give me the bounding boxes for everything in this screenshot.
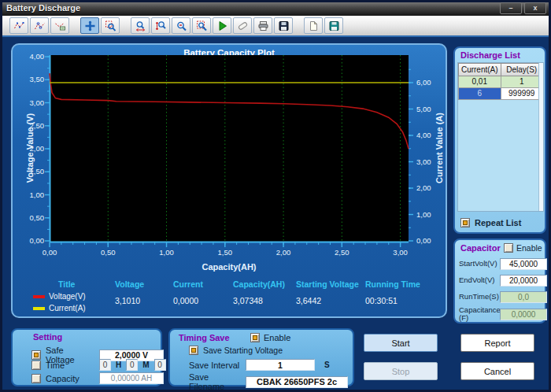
axis-tick-label: 3,00 [14, 98, 44, 107]
save-starting-row: Save Starting Voltage [189, 346, 283, 355]
time-minutes-input[interactable] [126, 359, 138, 371]
startvolt-label: StartVolt(V) [459, 260, 498, 268]
axis-tick-label: 2,50 [328, 248, 355, 257]
current-series-swatch [33, 307, 45, 310]
axis-tick-label: 0,00 [416, 236, 443, 245]
timing-enable-label: Enable [264, 333, 290, 342]
capacity-checkbox[interactable] [31, 374, 41, 383]
stats-header: Current [173, 279, 233, 289]
save-image-button[interactable] [274, 17, 293, 34]
axis-tick-label: 2,50 [14, 121, 44, 130]
stop-button[interactable]: Stop [364, 362, 438, 380]
axis-tick-label: 0,50 [14, 213, 44, 222]
table-row-selected[interactable]: 6 999999 [458, 88, 543, 100]
curve-style-2-button[interactable] [30, 17, 49, 34]
zoom-y-button[interactable] [151, 17, 170, 34]
stat-value: 00:30:51 [365, 296, 431, 305]
pan-icon [84, 20, 96, 31]
axis-tick-label: 0,00 [36, 248, 63, 257]
axis-tick-label: 2,00 [270, 248, 297, 257]
axis-tick-label: 6,00 [416, 78, 443, 87]
startvolt-input[interactable] [500, 258, 547, 270]
hours-unit-label: H [116, 361, 121, 369]
discharge-table[interactable]: Current(A) Delay(S) 0,01 1 6 999999 [457, 62, 544, 212]
toolbar-group [9, 17, 69, 34]
cell-current[interactable]: 6 [458, 88, 501, 100]
timing-enable-checkbox[interactable] [250, 333, 260, 342]
toolbar-group [304, 17, 343, 34]
zoom-x-icon [135, 20, 146, 31]
endvolt-input[interactable] [500, 275, 547, 287]
discharge-list-panel: Discharge List Current(A) Delay(S) 0,01 … [453, 46, 546, 234]
axis-tick-label: 3,50 [14, 75, 44, 83]
axis-tick-label: 1,50 [14, 167, 44, 176]
start-button[interactable]: Start [364, 334, 438, 352]
zoom-region-icon [105, 20, 116, 31]
pan-button[interactable] [80, 17, 99, 34]
stat-starting-voltage: Starting Voltage 3,6442 [296, 279, 365, 312]
axis-tick-label: 0,50 [94, 248, 121, 257]
erase-icon [237, 20, 249, 31]
time-seconds-input[interactable] [154, 359, 166, 371]
axis-tick-label: 2,00 [14, 144, 44, 153]
cell-current[interactable]: 0,01 [458, 76, 501, 88]
runtime-label: RunTime(S) [459, 293, 498, 301]
chart-panel: Battery Capacity Plot Voltage Value (V) … [11, 43, 447, 318]
legend-entry-label: Current(A) [49, 304, 86, 312]
repeat-list-checkbox[interactable] [460, 218, 470, 227]
zoom-region-button[interactable] [101, 17, 120, 34]
save-filename-input[interactable] [246, 376, 348, 388]
curve-legend-icon [54, 20, 66, 31]
save-starting-voltage-checkbox[interactable] [189, 346, 198, 355]
runtime-input[interactable] [500, 291, 547, 303]
save-data-button[interactable] [324, 17, 343, 34]
run-button[interactable] [213, 17, 231, 34]
repeat-list-row: Repeat List [460, 218, 521, 227]
cancel-button[interactable]: Cancel [460, 362, 534, 380]
capacitor-title: Capacitor [460, 243, 501, 253]
table-row[interactable]: 0,01 1 [458, 76, 543, 88]
cell-delay[interactable]: 999999 [501, 88, 544, 100]
save-image-icon [278, 20, 290, 31]
zoom-out-button[interactable] [172, 17, 190, 34]
zoom-y-icon [155, 20, 167, 31]
axis-tick-label: 4,00 [14, 52, 44, 61]
new-file-button[interactable] [304, 17, 323, 34]
plot-area[interactable] [50, 55, 409, 242]
legend-entry-current: Current(A) [33, 304, 115, 312]
table-scrollbar-track[interactable] [538, 63, 543, 211]
window-controls: – x [500, 2, 546, 14]
stats-header: Running Time [365, 279, 431, 289]
erase-button[interactable] [233, 17, 252, 34]
capacity-input[interactable] [99, 372, 164, 384]
zoom-reset-button[interactable] [192, 17, 211, 34]
time-hours-input[interactable] [99, 359, 111, 371]
capacitance-input[interactable] [500, 309, 547, 320]
timing-enable-row: Enable [250, 333, 290, 342]
titlebar: Battery Discharge – x [0, 0, 551, 16]
minimize-button[interactable]: – [500, 2, 522, 14]
time-checkbox[interactable] [31, 361, 41, 370]
setting-panel: Setting Safe Voltage Time H M S Capacity [11, 328, 162, 386]
cell-delay[interactable]: 1 [501, 76, 544, 88]
axis-tick-label: 4,00 [416, 131, 443, 139]
column-header-delay: Delay(S) [501, 63, 544, 76]
report-button[interactable]: Report [460, 334, 534, 352]
curve-style-1-button[interactable] [9, 17, 28, 34]
curve-legend-button[interactable] [50, 17, 69, 34]
capacitance-row: Capacitance (F) [459, 308, 542, 320]
print-button[interactable] [253, 17, 272, 34]
discharge-list-title: Discharge List [460, 50, 520, 60]
close-button[interactable]: x [524, 2, 546, 14]
zoom-x-button[interactable] [131, 17, 150, 34]
stats-header: Starting Voltage [296, 279, 365, 289]
capacitor-enable-checkbox[interactable] [504, 243, 513, 253]
axis-tick-label: 3,00 [387, 248, 414, 257]
column-header-current: Current(A) [458, 63, 501, 76]
save-interval-input[interactable] [246, 359, 315, 371]
axis-tick-label: 3,00 [416, 157, 443, 166]
legend-entry-voltage: Voltage(V) [33, 292, 115, 301]
capacitance-label: Capacitance (F) [459, 306, 498, 322]
save-filename-label: Save Filename [189, 372, 241, 391]
save-filename-row: Save Filename [189, 372, 348, 391]
